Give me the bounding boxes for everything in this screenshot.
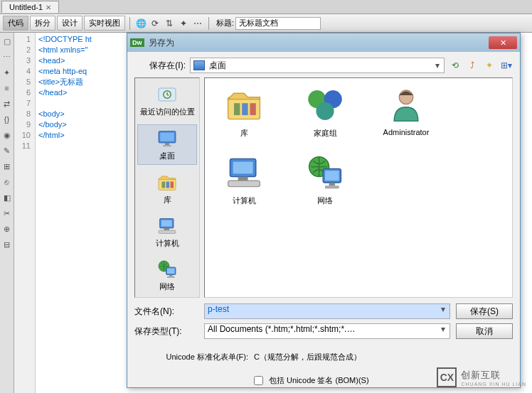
line-number: 9 (14, 119, 35, 130)
computer-icon (221, 153, 267, 193)
item-homegroup[interactable]: 家庭组 (293, 85, 357, 139)
title-input[interactable] (235, 17, 321, 30)
filename-value: p-test (208, 304, 229, 314)
viewmode-icon[interactable]: ⊞▾ (500, 59, 513, 72)
desktop-icon (193, 60, 205, 70)
dialog-titlebar[interactable]: Dw 另存为 ✕ (127, 33, 520, 52)
svg-rect-3 (160, 133, 174, 141)
line-number: 6 (14, 87, 35, 98)
close-icon[interactable]: ✕ (489, 36, 517, 49)
place-libraries[interactable]: 库 (137, 169, 197, 208)
svg-rect-22 (250, 103, 255, 115)
line-number: 8 (14, 109, 35, 119)
svg-rect-13 (159, 230, 176, 234)
place-label: 计算机 (156, 238, 179, 249)
tool-icon[interactable]: ◉ (1, 129, 13, 141)
place-computer[interactable]: 计算机 (137, 212, 197, 252)
nav-icons: ⟲ ⤴ ✦ ⊞▾ (449, 59, 513, 72)
save-as-dialog: Dw 另存为 ✕ 保存在(I): 桌面 ⟲ ⤴ ✦ ⊞▾ 最近访问的位置桌面库计… (127, 33, 521, 388)
left-toolbar: ▢ ⋯ ✦ ≡ ⇄ {} ◉ ✎ ⊞ ⎋ ◧ ✂ ⊕ ⊟ (0, 33, 14, 393)
line-number: 1 (14, 34, 35, 45)
view-code-button[interactable]: 代码 (3, 16, 28, 31)
item-label: Administrator (383, 128, 430, 136)
place-label: 库 (164, 195, 171, 205)
svg-rect-16 (167, 269, 175, 274)
watermark-text: 创新互联 (461, 369, 526, 382)
options-icon[interactable]: ⋯ (191, 17, 204, 30)
view-split-button[interactable]: 拆分 (30, 16, 55, 31)
libraries-icon (221, 85, 267, 125)
tool-icon[interactable]: ≡ (1, 82, 13, 94)
item-libraries[interactable]: 库 (212, 85, 276, 139)
network-icon (302, 153, 348, 193)
line-number: 7 (14, 98, 35, 109)
check-icon[interactable]: ✦ (177, 17, 190, 30)
bom-checkbox[interactable] (254, 376, 263, 385)
user-icon (383, 85, 429, 125)
main-toolbar: 代码 拆分 设计 实时视图 🌐 ⟳ ⇅ ✦ ⋯ 标题: (0, 14, 532, 33)
svg-rect-9 (171, 182, 174, 188)
cancel-button[interactable]: 取消 (456, 323, 513, 339)
item-computer[interactable]: 计算机 (212, 153, 276, 206)
svg-rect-12 (164, 228, 170, 230)
line-number: 3 (14, 55, 35, 66)
save-in-label: 保存在(I): (134, 60, 186, 72)
file-area[interactable]: 库家庭组Administrator计算机网络 (204, 77, 513, 298)
place-network[interactable]: 网络 (137, 256, 197, 295)
document-tab[interactable]: Untitled-1 ✕ (1, 1, 59, 13)
tool-icon[interactable]: ⊟ (1, 239, 13, 250)
place-desktop[interactable]: 桌面 (137, 124, 197, 165)
tool-icon[interactable]: ⋯ (1, 51, 13, 63)
tool-icon[interactable]: ✎ (1, 145, 13, 156)
tool-icon[interactable]: ◧ (1, 192, 13, 203)
item-label: 库 (240, 128, 248, 139)
save-in-combo[interactable]: 桌面 (190, 58, 445, 73)
place-recent[interactable]: 最近访问的位置 (137, 81, 197, 120)
app-badge: Dw (130, 38, 144, 47)
homegroup-icon (302, 85, 348, 125)
tool-icon[interactable]: ⎋ (1, 176, 13, 188)
filetype-label: 保存类型(T): (134, 325, 198, 338)
back-icon[interactable]: ⟲ (449, 59, 462, 72)
tool-icon[interactable]: ✦ (1, 67, 13, 78)
up-icon[interactable]: ⤴ (466, 59, 479, 72)
item-label: 网络 (317, 195, 333, 206)
line-number: 2 (14, 45, 35, 55)
separator (208, 17, 209, 30)
close-icon[interactable]: ✕ (46, 4, 51, 11)
tool-icon[interactable]: ⊞ (1, 161, 13, 172)
dialog-title: 另存为 (149, 37, 174, 49)
tool-icon[interactable]: {} (1, 114, 13, 125)
document-tabbar: Untitled-1 ✕ (0, 0, 532, 14)
item-label: 计算机 (233, 195, 256, 206)
svg-rect-5 (163, 145, 171, 146)
item-user[interactable]: Administrator (374, 85, 438, 139)
filename-input[interactable]: p-test (204, 303, 450, 319)
globe-icon[interactable]: 🌐 (134, 17, 147, 30)
desktop-icon (154, 128, 180, 149)
refresh-icon[interactable]: ⟳ (149, 17, 161, 30)
line-number: 10 (14, 130, 35, 141)
tool-icon[interactable]: ⇄ (1, 98, 13, 109)
newfolder-icon[interactable]: ✦ (483, 59, 496, 72)
view-live-button[interactable]: 实时视图 (84, 16, 125, 31)
tool-icon[interactable]: ▢ (1, 36, 13, 47)
tool-icon[interactable]: ⊕ (1, 223, 13, 235)
filetype-combo[interactable]: All Documents (*.htm;*.html;*.shtm;*.… (204, 323, 450, 339)
item-network[interactable]: 网络 (293, 153, 357, 206)
unicode-label: Unicode 标准化表单(F): (134, 352, 248, 362)
save-in-value: 桌面 (209, 60, 226, 72)
svg-rect-20 (234, 103, 240, 115)
watermark-sub: CHUANG XIN HU LIAN (461, 382, 526, 387)
item-label: 家庭组 (314, 128, 337, 139)
svg-rect-28 (233, 162, 253, 174)
network-icon (154, 259, 180, 280)
svg-rect-18 (167, 276, 175, 278)
save-button[interactable]: 保存(S) (456, 303, 513, 319)
view-design-button[interactable]: 设计 (57, 16, 83, 31)
line-number: 5 (14, 77, 35, 87)
watermark: CX 创新互联 CHUANG XIN HU LIAN (437, 367, 526, 387)
tool-icon[interactable]: ✂ (1, 208, 13, 219)
upload-icon[interactable]: ⇅ (163, 17, 176, 30)
recent-icon (154, 84, 180, 105)
